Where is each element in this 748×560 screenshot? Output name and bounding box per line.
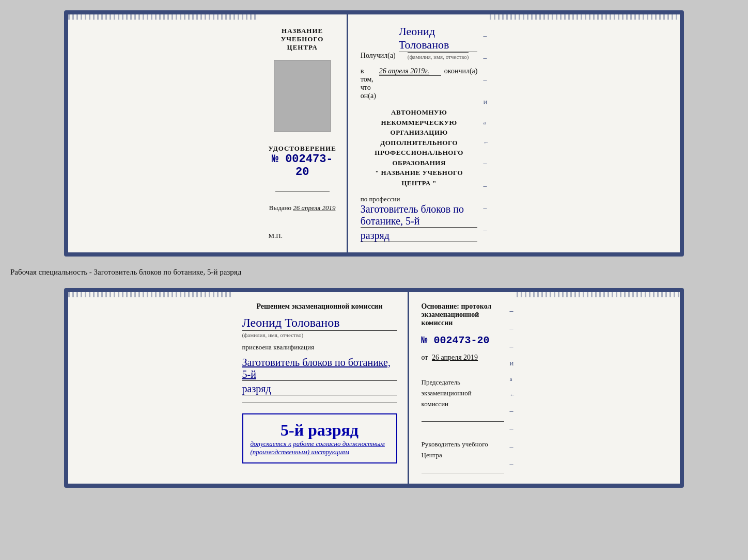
ot-line: от 26 апреля 2019: [422, 354, 504, 362]
decision-text: Решением экзаменационной комиссии: [242, 302, 397, 311]
chairman-signature: Председатель экзаменационной комиссии: [422, 377, 504, 422]
doc2-right: Основание: протокол экзаменационной коми…: [409, 292, 517, 484]
date-suffix: окончил(а): [444, 67, 478, 75]
stamp-box: 5-й разряд допускается к работе согласно…: [242, 413, 397, 463]
head-line2: Центра: [422, 451, 442, 459]
protocol-number: № 002473-20: [422, 334, 504, 346]
cert-label: УДОСТОВЕРЕНИЕ: [269, 145, 336, 153]
cert-number: № 002473-20: [269, 153, 336, 179]
cert-number-block: УДОСТОВЕРЕНИЕ № 002473-20: [269, 145, 336, 179]
doc1-right: Получил(а) Леонид Толованов (фамилия, им…: [348, 14, 490, 252]
deco-right-2: ––– И а ← ––––: [510, 302, 516, 473]
stamp-link: работе согласно должностным: [293, 440, 385, 447]
head-block: Руководитель учебного Центра: [422, 439, 504, 473]
ot-prefix: от: [422, 354, 428, 361]
razryad-value: разряд: [361, 230, 478, 242]
razryad-large: разряд: [242, 383, 397, 395]
profession-prefix: по профессии: [361, 195, 400, 203]
org-text: АВТОНОМНУЮ НЕКОММЕРЧЕСКУЮ ОРГАНИЗАЦИЮ ДО…: [361, 107, 478, 188]
issued-date: 26 апреля 2019: [293, 204, 335, 212]
prof-large: Заготовитель блоков по ботанике, 5-й: [242, 357, 397, 381]
profession-block: по профессии Заготовитель блоков по бота…: [361, 195, 478, 242]
photo-placeholder: [274, 60, 331, 132]
chairman-line1: Председатель экзаменационной: [422, 378, 472, 397]
chairman-block: Председатель экзаменационной комиссии: [422, 377, 504, 422]
issued-prefix: Выдано: [269, 204, 291, 212]
deco-right: ––– И а ← ––––: [483, 25, 489, 242]
person-caption: (фамилия, имя, отчество): [242, 330, 397, 338]
stamp-grade: 5-й разряд: [251, 421, 389, 440]
doc1-training-center-title: НАЗВАНИЕ УЧЕБНОГО ЦЕНТРА: [269, 27, 336, 52]
doc2-left: Решением экзаменационной комиссии Леонид…: [232, 292, 409, 484]
profession-value: Заготовитель блоков по ботанике, 5-й: [361, 203, 478, 228]
recipient-line: Получил(а) Леонид Толованов (фамилия, им…: [361, 25, 478, 60]
head-signature: Руководитель учебного Центра: [422, 439, 504, 473]
document-card-top: НАЗВАНИЕ УЧЕБНОГО ЦЕНТРА УДОСТОВЕРЕНИЕ №…: [64, 10, 684, 257]
recipient-wrapper: Леонид Толованов (фамилия, имя, отчество…: [399, 25, 478, 60]
ot-date: 26 апреля 2019: [432, 354, 478, 361]
separator-text: Рабочая специальность - Заготовитель бло…: [10, 266, 241, 279]
head-sig-line: [422, 464, 504, 473]
date-prefix: в том, что он(а): [361, 67, 376, 100]
mp-label: М.П.: [269, 232, 283, 240]
assigned-text: присвоена квалификация: [242, 343, 397, 351]
org-line3: " НАЗВАНИЕ УЧЕБНОГО ЦЕНТРА ": [361, 168, 478, 188]
stamp-prefix: допускается к: [251, 440, 292, 447]
org-line2: ДОПОЛНИТЕЛЬНОГО ПРОФЕССИОНАЛЬНОГО ОБРАЗО…: [361, 138, 478, 168]
date-line: в том, что он(а) 26 апреля 2019г. окончи…: [361, 67, 478, 100]
head-line1: Руководитель учебного: [422, 440, 488, 448]
person-name-block: Леонид Толованов (фамилия, имя, отчество…: [242, 316, 397, 338]
date-value: 26 апреля 2019г.: [379, 67, 441, 76]
document-card-bottom: Решением экзаменационной комиссии Леонид…: [64, 288, 684, 488]
chairman-sig-line: [422, 412, 504, 422]
org-line1: АВТОНОМНУЮ НЕКОММЕРЧЕСКУЮ ОРГАНИЗАЦИЮ: [361, 107, 478, 138]
basis-text: Основание: протокол экзаменационной коми…: [422, 302, 504, 327]
stamp-text: допускается к работе согласно должностны…: [251, 440, 389, 456]
stamp-suffix: (производственным) инструкциям: [251, 448, 350, 456]
issued-line: Выдано 26 апреля 2019: [269, 204, 336, 212]
doc1-left: НАЗВАНИЕ УЧЕБНОГО ЦЕНТРА УДОСТОВЕРЕНИЕ №…: [258, 14, 348, 252]
profession-block2: Заготовитель блоков по ботанике, 5-й раз…: [242, 357, 397, 395]
recipient-name: Леонид Толованов: [399, 25, 478, 52]
received-prefix: Получил(а): [361, 52, 396, 60]
chairman-line2: комиссии: [422, 400, 449, 408]
person-name: Леонид Толованов: [242, 316, 397, 330]
recipient-caption: (фамилия, имя, отчество): [408, 52, 469, 60]
